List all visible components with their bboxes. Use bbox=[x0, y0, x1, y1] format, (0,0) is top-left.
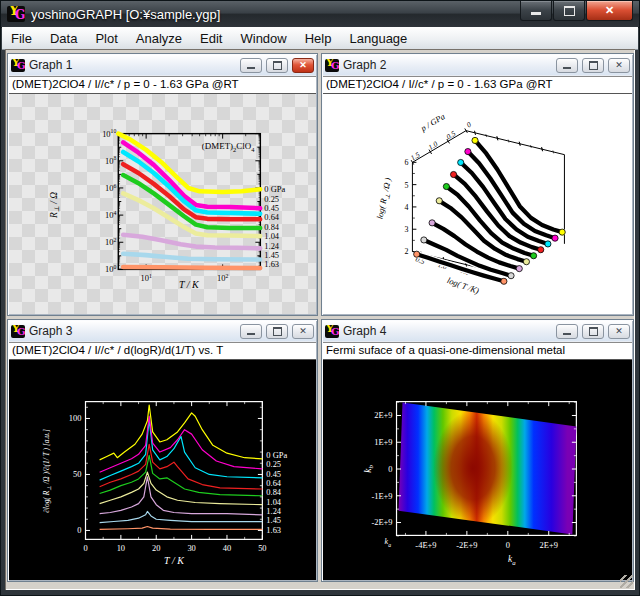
maximize-icon bbox=[564, 6, 575, 16]
svg-text:1E+9: 1E+9 bbox=[374, 437, 392, 447]
menu-analyze[interactable]: Analyze bbox=[127, 29, 191, 48]
graph1-minimize-button[interactable] bbox=[240, 58, 262, 73]
svg-text:30: 30 bbox=[187, 543, 195, 553]
main-titlebar[interactable]: YG yoshinoGRAPH [O:¥sample.ygp] ✕ bbox=[1, 1, 639, 28]
svg-text:4: 4 bbox=[404, 203, 408, 212]
menu-window[interactable]: Window bbox=[231, 29, 295, 48]
graph4-titlebar[interactable]: YG Graph 4 ✕ bbox=[323, 321, 632, 341]
svg-text:T / K: T / K bbox=[179, 279, 200, 290]
svg-text:10: 10 bbox=[117, 543, 125, 553]
svg-text:20: 20 bbox=[152, 543, 160, 553]
svg-text:ka: ka bbox=[385, 537, 392, 548]
graph3-title: Graph 3 bbox=[29, 324, 236, 338]
graph2-window: YG Graph 2 ✕ (DMET)2ClO4 / I//c* / p = 0… bbox=[321, 53, 634, 316]
svg-text:2E+9: 2E+9 bbox=[374, 410, 392, 420]
graph2-close-button[interactable]: ✕ bbox=[608, 58, 630, 73]
svg-text:p / GPa: p / GPa bbox=[418, 111, 447, 134]
graph3-minimize-button[interactable] bbox=[240, 324, 262, 339]
graph4-restore-button[interactable] bbox=[582, 324, 604, 339]
svg-text:50: 50 bbox=[73, 469, 81, 479]
graph3-window: YG Graph 3 ✕ (DMET)2ClO4 / I//c* / d(log… bbox=[7, 319, 318, 582]
svg-text:1.5: 1.5 bbox=[409, 150, 422, 163]
svg-text:108: 108 bbox=[105, 155, 116, 165]
app-icon: YG bbox=[325, 325, 339, 338]
menu-edit[interactable]: Edit bbox=[191, 29, 231, 48]
svg-text:2E+9: 2E+9 bbox=[540, 540, 558, 550]
graph4-subtitle: Fermi suface of a quasi-one-dimensional … bbox=[323, 342, 632, 360]
svg-text:0: 0 bbox=[77, 525, 81, 535]
app-icon: YG bbox=[7, 6, 25, 22]
svg-text:-4E+9: -4E+9 bbox=[415, 540, 436, 550]
minimize-icon bbox=[531, 12, 541, 15]
graph2-minimize-button[interactable] bbox=[556, 58, 578, 73]
app-icon: YG bbox=[11, 325, 25, 338]
graph4-minimize-button[interactable] bbox=[556, 324, 578, 339]
graph1-close-button[interactable]: ✕ bbox=[292, 58, 314, 73]
svg-text:ka: ka bbox=[508, 554, 516, 566]
svg-text:R⊥ / Ω: R⊥ / Ω bbox=[49, 192, 61, 219]
graph3-restore-button[interactable] bbox=[266, 324, 288, 339]
svg-text:50: 50 bbox=[258, 543, 266, 553]
svg-text:106: 106 bbox=[105, 183, 116, 193]
resize-grip[interactable] bbox=[620, 575, 633, 588]
app-icon: YG bbox=[11, 59, 25, 72]
graph3-subtitle: (DMET)2ClO4 / I//c* / d(logR)/d(1/T) vs.… bbox=[9, 342, 316, 360]
svg-text:2: 2 bbox=[404, 248, 408, 257]
minimize-button[interactable] bbox=[520, 1, 552, 21]
menu-data[interactable]: Data bbox=[41, 29, 86, 48]
svg-text:1.63: 1.63 bbox=[266, 525, 281, 535]
graph4-close-button[interactable]: ✕ bbox=[608, 324, 630, 339]
graph4-plot[interactable]: 2E+91E+90-1E+9-2E+9-4E+9-2E+902E+9kakakb bbox=[323, 360, 632, 580]
restore-icon bbox=[589, 327, 598, 336]
graph2-title: Graph 2 bbox=[343, 58, 552, 72]
graph1-titlebar[interactable]: YG Graph 1 ✕ bbox=[9, 55, 316, 75]
graph1-title: Graph 1 bbox=[29, 58, 236, 72]
svg-text:40: 40 bbox=[223, 543, 231, 553]
graph1-restore-button[interactable] bbox=[266, 58, 288, 73]
graph2-plot[interactable]: 2345600.51.01.50.51.01.52.0p / GPalog( T… bbox=[323, 94, 632, 314]
restore-icon bbox=[273, 61, 282, 70]
menu-language[interactable]: Language bbox=[340, 29, 416, 48]
mdi-client-area: YG Graph 1 ✕ (DMET)2ClO4 / I//c* / p = 0… bbox=[5, 49, 635, 590]
graph3-close-button[interactable]: ✕ bbox=[292, 324, 314, 339]
svg-text:-2E+9: -2E+9 bbox=[456, 540, 477, 550]
svg-text:5: 5 bbox=[404, 181, 408, 190]
menu-file[interactable]: File bbox=[2, 29, 41, 48]
svg-text:6: 6 bbox=[404, 158, 408, 167]
svg-text:1010: 1010 bbox=[102, 128, 116, 138]
svg-text:102: 102 bbox=[217, 273, 228, 283]
minimize-icon bbox=[563, 67, 571, 69]
graph3-titlebar[interactable]: YG Graph 3 ✕ bbox=[9, 321, 316, 341]
graph2-subtitle: (DMET)2ClO4 / I//c* / p = 0 - 1.63 GPa @… bbox=[323, 76, 632, 94]
svg-text:0: 0 bbox=[83, 543, 87, 553]
graph2-restore-button[interactable] bbox=[582, 58, 604, 73]
menu-plot[interactable]: Plot bbox=[86, 29, 126, 48]
svg-text:3: 3 bbox=[404, 225, 408, 234]
svg-text:log( T /K): log( T /K) bbox=[446, 275, 481, 296]
maximize-button[interactable] bbox=[553, 1, 585, 21]
graph4-title: Graph 4 bbox=[343, 324, 552, 338]
menu-help[interactable]: Help bbox=[296, 29, 341, 48]
restore-icon bbox=[589, 61, 598, 70]
close-button[interactable]: ✕ bbox=[586, 1, 633, 21]
graph3-plot[interactable]: 010203040500501000 GPa0.250.450.640.841.… bbox=[9, 360, 316, 580]
svg-text:-2E+9: -2E+9 bbox=[371, 518, 392, 528]
svg-text:0: 0 bbox=[465, 120, 473, 130]
svg-text:∂log( R⊥ /Ω )/∂(1/ T ) [a.u.]: ∂log( R⊥ /Ω )/∂(1/ T ) [a.u.] bbox=[42, 429, 53, 513]
svg-text:100: 100 bbox=[105, 264, 116, 274]
window-title: yoshinoGRAPH [O:¥sample.ygp] bbox=[31, 7, 514, 22]
minimize-icon bbox=[247, 67, 255, 69]
svg-text:-1E+9: -1E+9 bbox=[371, 491, 392, 501]
graph1-subtitle: (DMET)2ClO4 / I//c* / p = 0 - 1.63 GPa @… bbox=[9, 76, 316, 94]
svg-text:1.63: 1.63 bbox=[264, 259, 279, 269]
graph1-plot[interactable]: 10110210010210410610810100 GPa0.250.450.… bbox=[9, 94, 316, 314]
svg-text:T / K: T / K bbox=[164, 555, 185, 566]
svg-text:1.0: 1.0 bbox=[427, 139, 440, 152]
menu-bar: File Data Plot Analyze Edit Window Help … bbox=[2, 27, 638, 50]
svg-text:101: 101 bbox=[140, 273, 151, 283]
svg-text:0: 0 bbox=[388, 464, 392, 474]
app-icon: YG bbox=[325, 59, 339, 72]
main-window: YG yoshinoGRAPH [O:¥sample.ygp] ✕ File D… bbox=[0, 0, 640, 596]
graph2-titlebar[interactable]: YG Graph 2 ✕ bbox=[323, 55, 632, 75]
svg-text:(DMET)2ClO4: (DMET)2ClO4 bbox=[202, 142, 255, 154]
